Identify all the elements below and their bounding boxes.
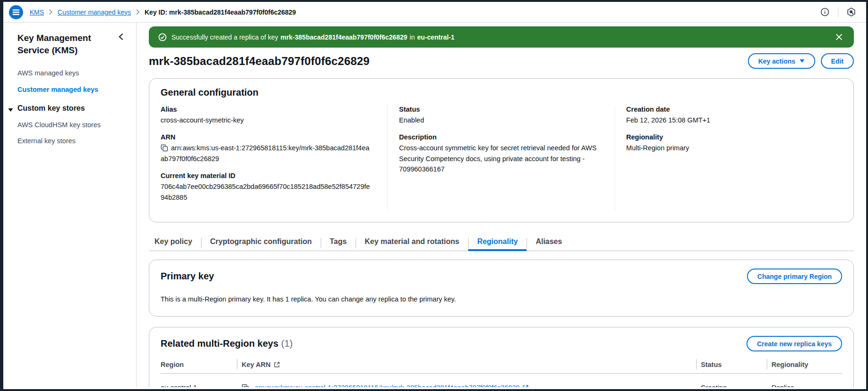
regionality-label: Regionality [626,133,831,141]
sidebar-title: Key Management Service (KMS) [17,32,102,56]
chevron-right-icon [136,9,140,15]
general-configuration-panel: General configuration Alias cross-accoun… [149,78,854,222]
cell-regionality: Replica [767,374,842,387]
column-header-region[interactable]: Region [161,357,237,374]
flash-region: eu-central-1 [417,33,454,41]
tab-regionality[interactable]: Regionality [468,234,527,251]
column-header-regionality[interactable]: Regionality [767,357,842,374]
sidebar-item-customer-managed-keys[interactable]: Customer managed keys [17,86,125,94]
info-icon[interactable] [819,7,830,17]
breadcrumb-kms-link[interactable]: KMS [30,8,44,16]
external-link-icon [274,361,280,368]
status-value: Enabled [399,115,603,125]
primary-key-heading: Primary key [161,271,214,282]
column-header-key-arn-label: Key ARN [242,361,271,368]
general-configuration-heading: General configuration [161,87,842,98]
external-link-icon [522,384,529,387]
change-primary-region-label: Change primary Region [757,273,832,280]
copy-icon[interactable] [161,144,168,152]
related-keys-count: (1) [281,338,292,349]
top-navigation-bar: KMS Customer managed keys Key ID: mrk-38… [3,2,866,23]
page-header: mrk-385bacad281f4eaab797f0f0f6c26829 Key… [149,53,854,69]
edit-button[interactable]: Edit [821,53,854,69]
create-new-replica-keys-button[interactable]: Create new replica keys [746,336,842,351]
general-config-column-1: Alias cross-account-symetric-key ARN arn… [161,106,388,211]
flash-text-middle: in [410,33,415,41]
related-multi-region-keys-panel: Related multi-Region keys(1) Create new … [149,327,854,387]
breadcrumb: KMS Customer managed keys Key ID: mrk-38… [30,8,296,16]
chevron-right-icon [49,9,53,15]
change-primary-region-button[interactable]: Change primary Region [747,269,842,284]
table-header-row: Region Key ARN Status Regionality [161,357,842,374]
primary-key-description: This is a multi-Region primary key. It h… [161,295,842,303]
topbar-utilities [819,7,857,18]
success-flashbar: Successfully created a replica of key mr… [149,26,854,48]
flash-text-prefix: Successfully created a replica of key [171,33,278,41]
primary-key-panel: Primary key Change primary Region This i… [149,260,854,317]
alias-value: cross-account-symetric-key [161,115,376,125]
related-keys-heading: Related multi-Region keys(1) [161,338,293,349]
caret-down-icon [799,59,805,63]
side-navigation: Key Management Service (KMS) AWS managed… [3,23,137,387]
tab-cryptographic-configuration[interactable]: Cryptographic configuration [201,234,321,251]
sidebar-item-aws-managed-keys[interactable]: AWS managed keys [17,69,125,77]
header-actions: Key actions Edit [748,53,854,69]
table-row: eu-central-1 arn:aws:kms:eu-central-1:27… [161,374,842,387]
description-value: Cross-account symmetric key for secret r… [399,143,603,174]
general-config-column-2: Status Enabled Description Cross-account… [388,106,615,211]
caret-down-icon [8,106,13,114]
arn-text: arn:aws:kms:us-east-1:272965818115:key/m… [161,144,369,162]
creation-date-value: Feb 12, 2026 15:08 GMT+1 [626,115,831,125]
tab-key-material-and-rotations[interactable]: Key material and rotations [356,234,468,251]
sidebar-section-custom-key-stores[interactable]: Custom key stores [17,104,125,113]
breadcrumb-current-key-id: Key ID: mrk-385bacad281f4eaab797f0f0f6c2… [145,8,296,16]
hamburger-menu-icon[interactable] [9,5,23,19]
arn-value: arn:aws:kms:us-east-1:272965818115:key/m… [161,143,373,164]
alias-label: Alias [161,106,376,113]
topbar-divider [838,7,838,18]
replica-key-arn-link[interactable]: arn:aws:kms:eu-central-1:272965818115:ke… [255,384,519,387]
sidebar-section-label: Custom key stores [17,104,85,112]
key-material-label: Current key material ID [161,172,376,179]
sidebar-item-cloudhsm-key-stores[interactable]: AWS CloudHSM key stores [17,121,125,129]
page-title: mrk-385bacad281f4eaab797f0f0f6c26829 [149,55,370,68]
amazon-q-icon[interactable] [846,7,857,17]
create-new-replica-keys-label: Create new replica keys [757,340,832,348]
cell-status: Creating [696,374,767,387]
breadcrumb-customer-managed-keys-link[interactable]: Customer managed keys [57,8,131,16]
regionality-value: Multi-Region primary [626,143,831,153]
main-content: Successfully created a replica of key mr… [137,23,866,387]
close-icon[interactable] [834,32,844,42]
sidebar-nav-list: AWS managed keys Customer managed keys C… [17,69,125,146]
key-material-value: 706c4ab7ee00cb296385ca2bda69665f70c18521… [161,181,373,203]
arn-label: ARN [161,133,376,141]
key-detail-tabs: Key policy Cryptographic configuration T… [149,234,854,251]
description-label: Description [399,133,603,141]
key-actions-button[interactable]: Key actions [748,53,815,69]
tab-tags[interactable]: Tags [321,234,356,251]
cell-key-arn: arn:aws:kms:eu-central-1:272965818115:ke… [237,374,696,387]
tab-key-policy[interactable]: Key policy [149,234,201,251]
column-header-key-arn[interactable]: Key ARN [237,357,696,374]
success-check-icon [158,33,167,41]
general-config-column-3: Creation date Feb 12, 2026 15:08 GMT+1 R… [615,106,842,211]
status-label: Status [399,106,603,113]
edit-label: Edit [831,57,844,65]
copy-icon[interactable] [242,384,249,387]
sidebar-collapse-icon[interactable] [117,32,125,43]
creation-date-label: Creation date [626,106,831,113]
key-actions-label: Key actions [758,57,795,65]
column-header-status[interactable]: Status [696,357,767,374]
cell-region: eu-central-1 [161,374,237,387]
flash-key-id: mrk-385bacad281f4eaab797f0f0f6c26829 [280,33,407,41]
tab-aliases[interactable]: Aliases [527,234,571,251]
related-keys-table: Region Key ARN Status Regionality e [161,357,842,387]
sidebar-item-external-key-stores[interactable]: External key stores [17,137,125,145]
related-keys-heading-text: Related multi-Region keys [161,338,278,349]
flash-message: Successfully created a replica of key mr… [171,33,454,41]
